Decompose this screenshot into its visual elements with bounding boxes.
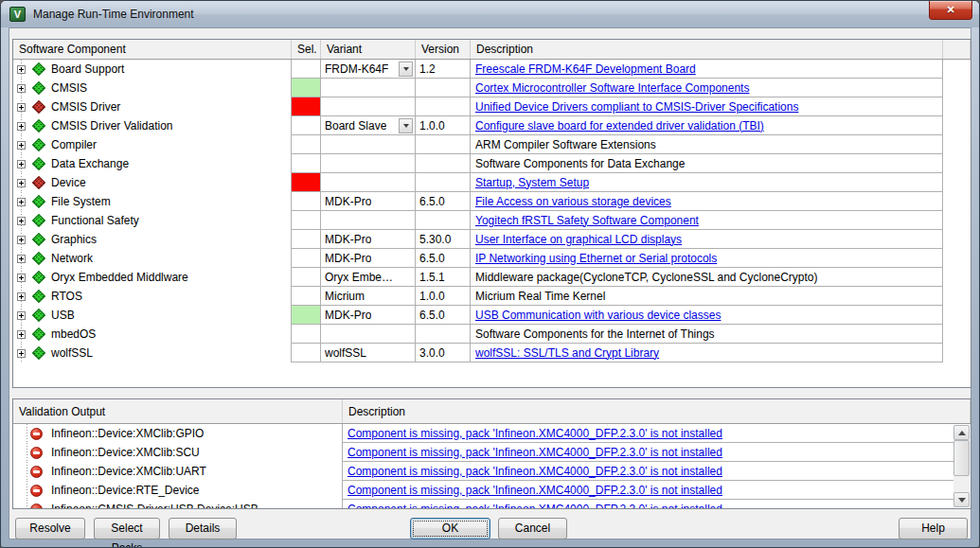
selection-cell[interactable] bbox=[292, 97, 321, 116]
description-text[interactable]: IP Networking using Ethernet or Serial p… bbox=[475, 252, 717, 265]
description-text[interactable]: Unified Device Drivers compliant to CMSI… bbox=[475, 100, 798, 114]
component-label[interactable]: mbedOS bbox=[51, 327, 96, 341]
scroll-down-icon[interactable] bbox=[953, 492, 970, 507]
description-text[interactable]: Startup, System Setup bbox=[475, 176, 589, 189]
expand-icon[interactable] bbox=[17, 65, 26, 74]
variant-cell[interactable]: Board Slave bbox=[321, 116, 416, 135]
validation-description-link[interactable]: Component is missing, pack 'Infineon.XMC… bbox=[347, 484, 722, 497]
component-label[interactable]: CMSIS Driver bbox=[51, 100, 120, 114]
variant-cell[interactable] bbox=[321, 97, 416, 116]
validation-description-link[interactable]: Component is missing, pack 'Infineon.XMC… bbox=[347, 465, 722, 478]
variant-cell[interactable] bbox=[321, 154, 416, 173]
expand-icon[interactable] bbox=[17, 292, 26, 301]
description-text[interactable]: User Interface on graphical LCD displays bbox=[475, 233, 682, 246]
resolve-button[interactable]: Resolve bbox=[15, 518, 85, 539]
expand-icon[interactable] bbox=[17, 84, 26, 93]
expand-icon[interactable] bbox=[17, 160, 26, 168]
selection-cell[interactable] bbox=[292, 344, 321, 362]
expand-icon[interactable] bbox=[17, 255, 26, 263]
details-button[interactable]: Details bbox=[169, 518, 237, 539]
description-text[interactable]: File Access on various storage devices bbox=[475, 195, 671, 208]
help-button[interactable]: Help bbox=[899, 518, 968, 539]
component-label[interactable]: Network bbox=[51, 252, 93, 265]
validation-item-label[interactable]: Infineon::Device:XMClib:GPIO bbox=[51, 427, 204, 440]
expand-icon[interactable] bbox=[17, 122, 26, 131]
component-label[interactable]: Graphics bbox=[51, 233, 97, 246]
variant-cell[interactable]: MDK-Pro bbox=[321, 230, 416, 249]
selection-cell[interactable] bbox=[292, 306, 321, 325]
validation-scrollbar[interactable] bbox=[953, 425, 970, 507]
close-icon[interactable]: ✕ bbox=[929, 1, 972, 20]
scrollbar-thumb[interactable] bbox=[953, 440, 970, 476]
title-bar[interactable]: V Manage Run-Time Environment ✕ bbox=[1, 1, 979, 27]
variant-cell[interactable]: Oryx Embedded... bbox=[321, 268, 416, 287]
variant-cell[interactable]: MDK-Pro bbox=[321, 192, 416, 211]
description-text[interactable]: Software Components for Data Exchange bbox=[475, 157, 685, 170]
selection-cell[interactable] bbox=[292, 154, 321, 173]
expand-icon[interactable] bbox=[17, 274, 26, 282]
selection-cell[interactable] bbox=[292, 325, 321, 344]
variant-cell[interactable]: wolfSSL bbox=[321, 344, 416, 362]
variant-cell[interactable] bbox=[321, 211, 416, 230]
ok-button[interactable]: OK bbox=[410, 518, 490, 539]
selection-cell[interactable] bbox=[292, 135, 321, 154]
dropdown-arrow-icon[interactable] bbox=[399, 62, 413, 77]
description-text[interactable]: Yogitech fRSTL Safety Software Component bbox=[475, 214, 699, 227]
component-label[interactable]: File System bbox=[51, 195, 111, 208]
selection-cell[interactable] bbox=[292, 116, 321, 135]
component-label[interactable]: CMSIS Driver Validation bbox=[51, 119, 172, 133]
description-text[interactable]: Configure slave board for extended drive… bbox=[475, 119, 764, 133]
validation-item-label[interactable]: Infineon::Device:XMClib:UART bbox=[51, 465, 206, 478]
description-text[interactable]: Software Components for the Internet of … bbox=[475, 327, 715, 341]
description-text[interactable]: wolfSSL: SSL/TLS and Crypt Library bbox=[475, 346, 659, 360]
validation-item-label[interactable]: Infineon::Device:RTE_Device bbox=[51, 484, 200, 497]
variant-cell[interactable] bbox=[321, 325, 416, 344]
validation-description-link[interactable]: Component is missing, pack 'Infineon.XMC… bbox=[347, 503, 722, 509]
component-label[interactable]: USB bbox=[51, 309, 75, 322]
description-text[interactable]: Cortex Microcontroller Software Interfac… bbox=[475, 81, 749, 95]
selection-cell[interactable] bbox=[292, 79, 321, 97]
component-label[interactable]: Device bbox=[51, 176, 86, 189]
validation-description-link[interactable]: Component is missing, pack 'Infineon.XMC… bbox=[347, 427, 722, 440]
variant-cell[interactable]: MDK-Pro bbox=[321, 249, 416, 268]
description-text[interactable]: Middleware package(CycloneTCP, CycloneSS… bbox=[475, 271, 818, 284]
component-label[interactable]: Data Exchange bbox=[51, 157, 129, 170]
expand-icon[interactable] bbox=[17, 217, 26, 225]
variant-cell[interactable]: FRDM-K64F bbox=[321, 60, 416, 79]
variant-cell[interactable]: MDK-Pro bbox=[321, 306, 416, 325]
variant-cell[interactable] bbox=[321, 135, 416, 154]
selection-cell[interactable] bbox=[292, 192, 321, 211]
variant-cell[interactable] bbox=[321, 173, 416, 192]
validation-item-label[interactable]: Infineon::CMSIS Driver:USB Device:USB bbox=[51, 503, 258, 508]
variant-cell[interactable]: Micrium bbox=[321, 287, 416, 306]
description-text[interactable]: Freescale FRDM-K64F Development Board bbox=[475, 62, 696, 76]
expand-icon[interactable] bbox=[17, 330, 26, 339]
cancel-button[interactable]: Cancel bbox=[498, 518, 567, 539]
expand-icon[interactable] bbox=[17, 103, 26, 112]
component-label[interactable]: Compiler bbox=[51, 138, 97, 151]
validation-description-link[interactable]: Component is missing, pack 'Infineon.XMC… bbox=[347, 446, 722, 459]
component-label[interactable]: CMSIS bbox=[51, 81, 87, 95]
selection-cell[interactable] bbox=[292, 60, 321, 79]
scroll-up-icon[interactable] bbox=[953, 425, 970, 440]
selection-cell[interactable] bbox=[292, 249, 321, 268]
expand-icon[interactable] bbox=[17, 198, 26, 206]
validation-item-label[interactable]: Infineon::Device:XMClib:SCU bbox=[51, 446, 200, 459]
dropdown-arrow-icon[interactable] bbox=[399, 118, 413, 133]
selection-cell[interactable] bbox=[292, 211, 321, 230]
expand-icon[interactable] bbox=[17, 311, 26, 320]
expand-icon[interactable] bbox=[17, 349, 26, 358]
variant-cell[interactable] bbox=[321, 79, 416, 97]
selection-cell[interactable] bbox=[292, 230, 321, 249]
description-text[interactable]: USB Communication with various device cl… bbox=[475, 309, 721, 322]
description-text[interactable]: ARM Compiler Software Extensions bbox=[475, 138, 656, 151]
expand-icon[interactable] bbox=[17, 179, 26, 187]
description-text[interactable]: Micrium Real Time Kernel bbox=[475, 290, 605, 303]
component-label[interactable]: RTOS bbox=[51, 290, 82, 303]
selection-cell[interactable] bbox=[292, 173, 321, 192]
component-label[interactable]: Functional Safety bbox=[51, 214, 139, 227]
selection-cell[interactable] bbox=[292, 268, 321, 287]
selection-cell[interactable] bbox=[292, 287, 321, 306]
expand-icon[interactable] bbox=[17, 236, 26, 244]
component-label[interactable]: wolfSSL bbox=[51, 346, 93, 360]
